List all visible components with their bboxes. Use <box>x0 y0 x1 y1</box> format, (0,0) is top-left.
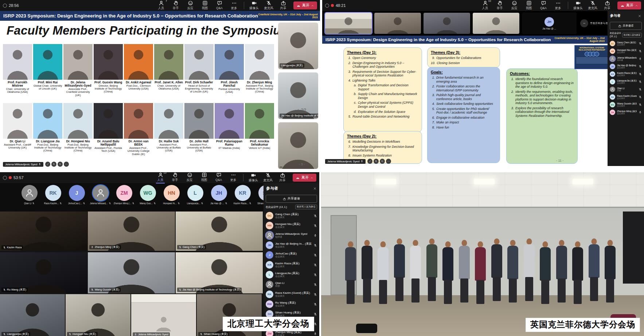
mic-status-icon[interactable] <box>313 234 317 237</box>
mic-status-icon[interactable] <box>639 80 642 83</box>
toolbar-button[interactable]: 10 人员 <box>478 0 492 11</box>
more-tools-button[interactable] <box>64 162 69 167</box>
video-thumbnail[interactable] <box>473 13 519 34</box>
mic-status-icon[interactable] <box>313 303 317 306</box>
participants-panel[interactable]: 参与者 共享邀请 在此会议中 (13 人) 将所有人设为静音 GC Gang C… <box>264 183 319 336</box>
mic-status-icon[interactable] <box>639 72 642 76</box>
zoom-in-button[interactable] <box>374 159 379 164</box>
video-tile[interactable]: Jelena Milisavljevic Syed <box>131 294 196 336</box>
toolbar-button[interactable]: 举手 <box>492 0 507 11</box>
participant-avatar-item[interactable]: ZM Zhenjun Ming (... <box>115 185 134 205</box>
toolbar-button[interactable]: 举手 <box>168 0 183 11</box>
close-icon[interactable] <box>313 187 317 190</box>
toolbar-button[interactable]: 反应 <box>182 172 197 183</box>
mic-status-icon[interactable] <box>313 283 317 286</box>
participant-row[interactable]: Jelena Milisavljevic Syed 组织者 <box>264 230 319 240</box>
video-thumbnail[interactable] <box>424 13 470 34</box>
toolbar-button[interactable]: 麦克风 <box>261 0 276 11</box>
toolbar-button[interactable]: 摄像头 <box>246 173 261 183</box>
participant-row[interactable]: WG Wang Guoxin (来宾) 会议来宾 <box>608 101 644 108</box>
mic-status-icon[interactable] <box>313 224 317 228</box>
video-thumbnail[interactable] <box>278 122 318 169</box>
video-thumbnail[interactable] <box>374 13 421 34</box>
participant-row[interactable]: RK Raza Kazim (Guest) (来宾) 会议来宾 <box>264 289 319 299</box>
video-tile[interactable]: Liangyuejia (来宾) <box>0 294 65 336</box>
toolbar-button[interactable]: Q&A <box>536 0 551 11</box>
participant-avatar-item[interactable]: Jelena Milisavlj... <box>91 185 110 205</box>
mic-status-icon[interactable] <box>313 273 317 277</box>
participant-avatar-item[interactable]: HN Hongwei N... <box>162 185 181 205</box>
participant-row[interactable]: JH Jia Hao @ Beijing In... (来宾) 会议来宾 <box>608 63 644 70</box>
pen-tool-button[interactable] <box>45 162 50 167</box>
video-thumbnail[interactable]: Liangyuejia (来宾) <box>278 23 318 69</box>
toolbar-button[interactable]: 视图 <box>522 0 536 11</box>
participant-row[interactable]: KR Kazim Raza (来宾) 会议来宾 <box>608 70 644 78</box>
mic-status-icon[interactable] <box>313 214 317 218</box>
video-thumbnail[interactable] <box>325 13 372 34</box>
video-tile[interactable]: Ru Wang (来宾) <box>0 252 87 293</box>
participants-panel[interactable]: 参与者 共享邀请 在此会议中 (10 人) 将所有人设为静音 GC Gang C… <box>608 11 644 166</box>
participant-avatar-item[interactable]: KR Kazim Raza... <box>233 185 252 205</box>
participant-row[interactable]: HN Hongwei Niu (来宾) 会议来宾 <box>608 47 644 55</box>
participant-row[interactable]: KR Kazim Raza (来宾) 会议来宾 <box>264 260 319 270</box>
toolbar-button[interactable]: 视图 <box>197 172 211 183</box>
participant-avatar-item[interactable]: Qian Li <box>20 185 39 205</box>
leave-button[interactable]: 离开 <box>293 1 317 9</box>
leave-button[interactable]: 离开 <box>617 1 641 9</box>
toolbar-button[interactable]: 反应 <box>507 0 522 11</box>
leave-button[interactable]: 离开 <box>293 174 316 182</box>
collapse-filmstrip-button[interactable] <box>580 19 588 27</box>
participant-avatar-item[interactable]: J JinhuiCao (... <box>67 185 86 205</box>
participant-row[interactable]: JH Jia Hao @ Beijing In... (来宾) 会议来宾 <box>264 240 319 250</box>
mute-all-button[interactable]: 将所有人设为静音 <box>295 205 317 209</box>
zoom-in-button[interactable] <box>51 162 56 167</box>
toolbar-button[interactable]: Q&A <box>212 0 227 11</box>
participant-row[interactable]: GC Gang Chen (来宾) 会议来宾 <box>264 211 319 221</box>
mic-status-icon[interactable] <box>639 88 642 91</box>
thumbnail-pager[interactable]: 2/2 <box>296 108 306 112</box>
video-tile[interactable]: Kazim Raza <box>0 210 87 251</box>
share-invite-button[interactable]: 共享邀请 <box>610 22 642 30</box>
toolbar-button[interactable]: 麦克风 <box>585 0 600 11</box>
participant-avatar-item[interactable]: WG Wang Guo... <box>138 185 157 205</box>
participant-list[interactable]: GC Gang Chen (来宾) 会议来宾 HN Hongwei Niu (来… <box>608 40 644 116</box>
video-tile[interactable]: Hongwei Niu (来宾) <box>66 294 130 336</box>
zoom-out-button[interactable] <box>380 159 385 164</box>
toolbar-button[interactable]: 麦克风 <box>261 173 275 183</box>
mic-status-icon[interactable] <box>313 293 317 296</box>
mic-status-icon[interactable] <box>639 111 642 114</box>
participant-row[interactable]: Qian Li 外部 <box>608 86 644 93</box>
video-tile[interactable]: Zhenjun Ming (来宾) <box>88 210 175 251</box>
toolbar-button[interactable]: 13 人员 <box>153 172 168 183</box>
participant-row[interactable]: ZM Zhenjun Ming (来宾) 会议来宾 <box>608 108 644 116</box>
mute-all-button[interactable]: 将所有人设为静音 <box>622 33 642 37</box>
chevron-left-icon[interactable] <box>296 108 300 112</box>
video-tile[interactable]: Jia Hao @ Beijing Institute of Technolog… <box>176 252 263 293</box>
participant-avatar-item[interactable]: L Liangyueja... <box>186 185 205 205</box>
toolbar-button[interactable]: 共享 <box>600 0 614 11</box>
participant-avatar-item[interactable]: RK Raza Kazim... <box>44 185 63 205</box>
participant-row[interactable]: GC Gang Chen (来宾) 会议来宾 <box>608 40 644 47</box>
pen-tool-button[interactable] <box>367 159 372 164</box>
toolbar-button[interactable]: 视图 <box>198 0 212 11</box>
toolbar-button[interactable]: 更多 <box>226 172 241 183</box>
mic-status-icon[interactable] <box>639 95 642 99</box>
video-tile[interactable]: Wang Guoxin (来宾) <box>88 252 175 293</box>
mic-status-icon[interactable] <box>313 253 317 257</box>
participant-row[interactable]: Jelena Milisavljevic Syed 组织者 <box>608 55 644 63</box>
mic-status-icon[interactable] <box>313 312 317 316</box>
participant-row[interactable]: RW Ru Wang (来宾) 会议来宾 <box>264 299 319 309</box>
mic-status-icon[interactable] <box>639 103 642 106</box>
participant-row[interactable]: RK Raza Kazim (Guest) (来宾) 会议来宾 <box>608 93 644 101</box>
toolbar-button[interactable]: Q&A <box>211 172 226 183</box>
mic-status-icon[interactable] <box>639 65 642 68</box>
toolbar-button[interactable]: 反应 <box>183 0 198 11</box>
participant-row[interactable]: Qian Li 外部 <box>264 280 319 289</box>
toolbar-button[interactable]: 共享 <box>275 173 290 183</box>
mic-status-icon[interactable] <box>639 50 642 53</box>
toolbar-button[interactable]: 7 人员 <box>154 0 168 11</box>
mic-status-icon[interactable] <box>639 42 642 45</box>
participant-row[interactable]: HN Hongwei Niu (来宾) 会议来宾 <box>264 221 319 230</box>
toolbar-button[interactable]: 摄像头 <box>571 0 585 11</box>
zoom-out-button[interactable] <box>58 162 63 167</box>
